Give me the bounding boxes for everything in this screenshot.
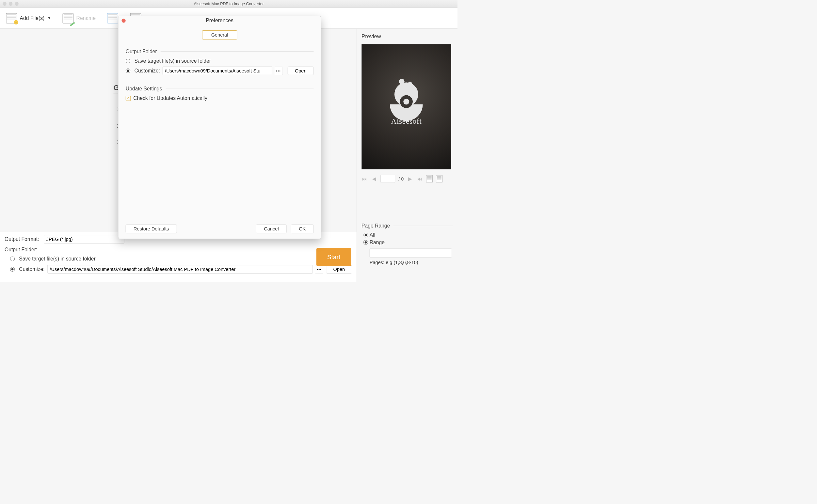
window-titlebar: Aiseesoft Mac PDF to Image Converter [0,0,458,8]
add-file-icon: + [6,13,18,24]
window-title: Aiseesoft Mac PDF to Image Converter [194,1,263,6]
output-format-select[interactable] [44,235,124,244]
preview-title: Preview [361,33,453,39]
close-window-button[interactable] [3,2,6,6]
toolbar-item-3[interactable] [106,13,118,24]
pref-customize-radio[interactable] [126,68,131,73]
page-range-range-radio[interactable] [363,240,368,245]
last-page-button[interactable]: ⏭ [417,176,423,181]
save-source-label: Save target file(s) in source folder [19,256,95,262]
first-page-button[interactable]: ⏮ [361,176,368,181]
pref-path-input[interactable] [163,67,272,75]
page-range-input[interactable] [369,249,452,258]
pref-save-source-radio[interactable] [126,59,131,64]
aiseesoft-logo: Aiseesoft [388,88,425,125]
page-thumb-icon[interactable] [426,175,433,182]
open-folder-button[interactable]: Open [326,265,352,274]
pref-customize-label: Customize: [134,68,160,74]
rename-label: Rename [76,15,96,21]
output-folder-fieldset: Output Folder Save target file(s) in sou… [126,49,314,75]
cancel-button[interactable]: Cancel [256,225,286,233]
preview-canvas: Aiseesoft [361,44,451,169]
minimize-window-button[interactable] [9,2,12,6]
page-total-label: / 0 [398,176,403,181]
pref-open-button[interactable]: Open [288,67,313,75]
close-modal-button[interactable] [121,19,125,23]
page-range-all-radio[interactable] [363,233,368,238]
preferences-modal: Preferences General Output Folder Save t… [118,16,321,239]
add-files-button[interactable]: + Add File(s) ▼ [6,13,51,24]
preview-sidebar: Preview Aiseesoft ⏮ ◀ / 0 ▶ ⏭ [357,29,458,282]
update-settings-fieldset: Update Settings Check for Updates Automa… [126,86,314,101]
rename-icon [62,13,74,24]
check-updates-label: Check for Updates Automatically [133,95,207,101]
restore-defaults-button[interactable]: Restore Defaults [126,225,177,233]
page-range-fieldset: Page Range All Range Pages: e.g.(1,3,6,8… [361,223,453,265]
preview-nav: ⏮ ◀ / 0 ▶ ⏭ [361,175,453,183]
page-thumb2-icon[interactable] [436,175,443,182]
ok-button[interactable]: OK [291,225,313,233]
output-folder-legend: Output Folder [126,49,157,55]
output-format-label: Output Format: [5,236,41,242]
modal-footer: Restore Defaults Cancel OK [126,225,314,233]
modal-title: Preferences [206,18,233,24]
next-page-button[interactable]: ▶ [407,176,414,181]
check-updates-checkbox[interactable] [126,96,131,101]
general-tab[interactable]: General [202,30,237,39]
page-range-hint: Pages: e.g.(1,3,6,8-10) [369,260,453,265]
add-files-label: Add File(s) [20,15,44,21]
browse-path-button[interactable]: ••• [315,265,323,274]
page-range-all-label: All [369,232,375,238]
pref-browse-button[interactable]: ••• [275,67,283,75]
start-button[interactable]: Start [316,248,351,266]
prev-page-button[interactable]: ◀ [371,176,377,181]
save-source-radio[interactable] [10,257,15,261]
chevron-down-icon: ▼ [47,16,51,20]
customize-radio[interactable] [10,267,15,272]
page-range-legend: Page Range [361,223,390,229]
pref-save-source-label: Save target file(s) in source folder [134,58,211,64]
page-number-input[interactable] [380,175,395,183]
update-settings-legend: Update Settings [126,86,162,92]
page-range-range-label: Range [369,240,385,245]
rename-button[interactable]: Rename [62,13,96,24]
traffic-lights [0,2,19,6]
logo-eye-icon [388,88,425,115]
customize-label: Customize: [19,266,44,272]
customize-path-input[interactable] [47,265,312,274]
output-folder-label: Output Folder: [5,247,37,253]
modal-titlebar: Preferences [118,16,321,25]
pdf-icon [106,13,118,24]
zoom-window-button[interactable] [15,2,18,6]
